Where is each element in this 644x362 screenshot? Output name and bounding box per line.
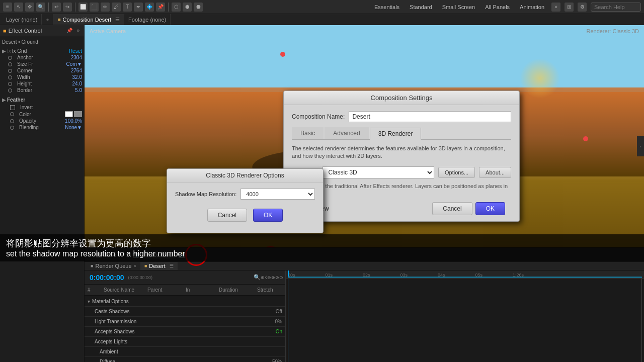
right-panel-toggle[interactable]: ‹ [637,136,644,156]
shadow-map-label: Shadow Map Resolution: [175,191,236,197]
left-panel: ■ Effect Control 📌 » Desert • Ground ▶ f… [0,25,85,362]
color-swatch2[interactable] [74,111,82,117]
tool7[interactable]: ⬛ [90,3,99,12]
tab-footage[interactable]: Footage (none) [124,14,171,25]
zoom-icon[interactable]: 🔲 [95,251,102,258]
feather-section: ▶ Feather Invert Color Opacity 1 [2,96,82,131]
timeline-icon4[interactable]: ⊗ [271,275,275,280]
tool15[interactable]: ⬢ [183,3,192,12]
invert-checkbox[interactable] [10,105,15,110]
tool13[interactable]: 📌 [156,3,165,12]
options-btn[interactable]: Options... [438,167,475,178]
corner-stopwatch[interactable] [8,69,12,73]
border-value[interactable]: 5.0 [75,87,82,93]
fit-icon[interactable]: ⊞ [88,251,92,258]
grid-icon[interactable]: ⊟ [125,251,130,258]
snapshot-icon[interactable]: 📸 [178,251,185,258]
zoom-level[interactable]: 25% [105,252,116,258]
height-row: Height 24.0 [2,80,82,87]
active-camera-label: Active Camera [90,28,126,34]
anchor-value[interactable]: 2304 [71,55,82,60]
nav-essentials[interactable]: Essentials [371,3,403,11]
opacity-value[interactable]: 100.0% [65,118,82,124]
tool16[interactable]: ⬣ [194,3,203,12]
color-swatch[interactable] [65,111,73,117]
menu-icon[interactable]: ≡ [3,3,12,12]
tool2[interactable]: ✥ [25,3,34,12]
nav-all-panels[interactable]: All Panels [482,3,513,11]
panel-expand[interactable]: » [75,27,81,34]
timeline-time[interactable]: 0:00:00:00 [87,272,127,284]
renderer-options-dialog[interactable]: Classic 3D Renderer Options Shadow Map R… [167,168,324,233]
tool10[interactable]: T [123,3,132,12]
tool5[interactable]: ↪ [63,3,72,12]
layer-expand-0[interactable]: ▾ [88,299,90,304]
tab-3d-renderer[interactable]: 3D Renderer [370,128,422,140]
tool14[interactable]: ⬡ [172,3,181,12]
anchor-stopwatch[interactable] [8,56,12,60]
tool3[interactable]: 🔍 [36,3,45,12]
nav-animation[interactable]: Animation [517,3,547,11]
desert-tab-label: Desert [149,263,165,269]
tab-render-queue[interactable]: ■ Render Queue × [87,262,140,270]
sizefr-stopwatch[interactable] [8,62,12,66]
tool8[interactable]: ✏ [101,3,110,12]
comp-settings-cancel-btn[interactable]: Cancel [432,202,472,215]
tool9[interactable]: 🖊 [112,3,121,12]
tab-layer2[interactable]: ● [42,14,53,25]
width-value[interactable]: 32.0 [72,74,82,80]
render-queue-close[interactable]: × [134,263,136,268]
tab-basic[interactable]: Basic [292,127,324,139]
sizefr-value[interactable]: Corn▼ [66,61,82,67]
tab-desert[interactable]: ■ Desert ☰ [140,262,178,270]
timecode[interactable]: 0:00:00:00 [143,251,175,258]
panel-pin[interactable]: 📌 [65,27,74,34]
border-stopwatch[interactable] [8,88,12,93]
comp-settings-ok-btn[interactable]: OK [475,202,505,215]
tool6[interactable]: ⬜ [78,3,88,12]
renderer-ok-btn[interactable]: OK [253,209,283,222]
sun-glow [520,58,560,99]
settings-icon[interactable]: ⚙ [578,3,587,12]
tab-advanced[interactable]: Advanced [325,127,368,139]
tool4[interactable]: ↩ [52,3,61,12]
width-stopwatch[interactable] [8,75,12,79]
renderer-select[interactable]: Classic 3D [323,166,434,178]
timeline-column-headers: # Source Name Parent In Duration Stretch [85,285,285,296]
color-stopwatch[interactable] [10,112,14,116]
timeline-icon6[interactable]: ⊙ [279,275,283,280]
tab-layer[interactable]: Layer (none) [2,14,42,25]
height-stopwatch[interactable] [8,82,12,86]
blending-label: Blending [15,125,64,130]
nav-standard[interactable]: Standard [407,3,435,11]
corner-value[interactable]: 2764 [71,68,82,73]
blending-value[interactable]: None▼ [65,125,82,130]
renderer-cancel-btn[interactable]: Cancel [207,209,247,222]
blending-stopwatch[interactable] [10,126,14,130]
search-timeline-icon[interactable]: 🔍 [254,274,261,281]
desert-tab-menu[interactable]: ☰ [170,263,174,268]
comp-settings-desc: The selected renderer determines the fea… [292,145,511,160]
screen-icon[interactable]: ⊞ [565,3,574,12]
timeline-icon3[interactable]: ⊛ [267,275,271,280]
zoom-dropdown[interactable]: ▾ [119,251,122,258]
comp-name-input[interactable] [349,111,511,122]
reset-btn[interactable]: Reset [69,48,82,54]
tool1[interactable]: ↖ [14,3,23,12]
corner-row: Corner 2764 [2,67,82,74]
opacity-stopwatch[interactable] [10,119,14,123]
nav-small-screen[interactable]: Small Screen [439,3,478,11]
tool12[interactable]: 💠 [145,3,154,12]
camera-icon[interactable]: 📷 [133,251,140,258]
layer-name-0: Material Options [92,299,129,304]
search-input[interactable] [591,3,641,12]
timeline-icon1[interactable]: ⊕ [261,275,265,280]
about-btn[interactable]: About... [479,167,511,178]
more-nav-icon[interactable]: » [551,3,560,12]
timeline-icon5[interactable]: ⊘ [275,275,279,280]
tab-composition[interactable]: ■ Composition Desert ☰ [53,14,124,25]
col-in: In [186,287,211,293]
tool11[interactable]: ✒ [134,3,143,12]
shadow-map-select[interactable]: 1000 2000 4000 8000 [240,189,315,200]
height-value[interactable]: 24.0 [72,81,82,86]
